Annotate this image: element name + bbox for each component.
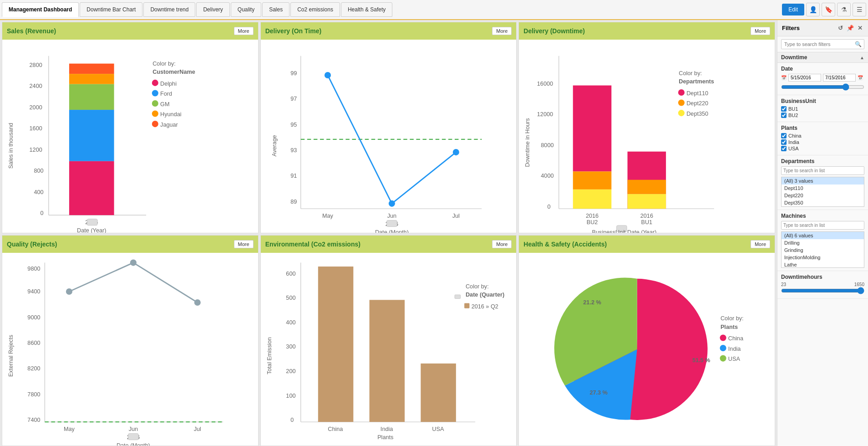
panel-more-health[interactable]: More bbox=[751, 240, 770, 248]
tab-management[interactable]: Management Dashboard bbox=[2, 2, 79, 17]
x-slider-quality[interactable] bbox=[128, 433, 139, 440]
departments-list: (All) 3 values Dept110 Dept220 Dept350 bbox=[781, 177, 864, 207]
y-tick-7400: 7400 bbox=[27, 417, 40, 423]
filter-date-to[interactable] bbox=[823, 74, 856, 82]
date-slider-container bbox=[781, 83, 864, 92]
panel-more-delivery[interactable]: More bbox=[492, 27, 512, 35]
downtimehours-slider[interactable] bbox=[781, 287, 864, 294]
departments-search-input[interactable] bbox=[781, 166, 864, 175]
filter-date-from[interactable] bbox=[788, 74, 821, 82]
y-tick-9400: 9400 bbox=[27, 288, 40, 295]
filter-india-label: India bbox=[788, 139, 799, 145]
y-tick-800: 800 bbox=[34, 168, 43, 174]
color-by-field-env: Date (Quarter) bbox=[466, 292, 504, 298]
legend-label-jaguar: Jaguar bbox=[160, 122, 178, 128]
calendar-icon-to: 📅 bbox=[858, 75, 863, 80]
filter-china-label: China bbox=[788, 133, 802, 138]
filter-bu2-checkbox[interactable] bbox=[781, 113, 787, 118]
x-label-jul: Jul bbox=[452, 213, 459, 219]
menu-icon[interactable]: ☰ bbox=[853, 3, 866, 16]
filter-date-section: Date 📅 📅 bbox=[777, 63, 868, 95]
tab-delivery[interactable]: Delivery bbox=[196, 2, 229, 17]
legend-label-dept110: Dept110 bbox=[687, 90, 709, 97]
tab-downtime-trend[interactable]: Downtime trend bbox=[143, 2, 195, 17]
y-tick-100-env: 100 bbox=[286, 392, 295, 399]
x-slider-sales[interactable] bbox=[87, 219, 97, 226]
y-tick-12000: 12000 bbox=[537, 111, 553, 118]
filter-usa-row: USA bbox=[781, 146, 864, 151]
panel-header-environmental: Environmental (Co2 emissions) More bbox=[261, 236, 517, 253]
environmental-chart: Total Emission 0 100 200 300 400 500 600 bbox=[264, 256, 514, 443]
panel-more-environmental[interactable]: More bbox=[492, 240, 512, 248]
dept-item-all[interactable]: (All) 3 values bbox=[782, 177, 864, 185]
dept-item-220[interactable]: Dept220 bbox=[782, 192, 864, 199]
tab-downtime-bar[interactable]: Downtime Bar Chart bbox=[80, 2, 142, 17]
filter-bu1-checkbox[interactable] bbox=[781, 106, 787, 112]
quarter-slider-icon[interactable] bbox=[455, 295, 461, 298]
tab-quality[interactable]: Quality bbox=[231, 2, 261, 17]
panel-quality: Quality (Rejects) More External Rejects … bbox=[2, 235, 259, 446]
filter-india-checkbox[interactable] bbox=[781, 139, 787, 145]
tab-sales[interactable]: Sales bbox=[262, 2, 289, 17]
legend-label-hyundai: Hyundai bbox=[160, 111, 182, 118]
y-tick-0-env: 0 bbox=[290, 417, 294, 423]
filters-close-icon[interactable]: ✕ bbox=[857, 24, 863, 32]
delivery-ontime-chart: Average 89 91 93 95 97 99 bbox=[264, 42, 514, 230]
machine-item-all[interactable]: (All) 6 values bbox=[782, 232, 864, 239]
filter-icon[interactable]: ⚗ bbox=[837, 3, 851, 16]
filters-pin-icon[interactable]: 📌 bbox=[846, 24, 855, 32]
filters-search-box: 🔍 bbox=[777, 36, 868, 52]
y-tick-2000: 2000 bbox=[30, 104, 42, 111]
dept-item-110[interactable]: Dept110 bbox=[782, 185, 864, 192]
panel-more-sales[interactable]: More bbox=[234, 27, 254, 35]
filters-title: Filters bbox=[782, 25, 800, 31]
filter-usa-checkbox[interactable] bbox=[781, 146, 787, 151]
machines-list: (All) 6 values Drilling Grinding Injecti… bbox=[781, 231, 864, 268]
bar-delphi bbox=[69, 161, 114, 215]
legend-label-india-h: India bbox=[728, 345, 741, 352]
date-range-slider[interactable] bbox=[781, 83, 864, 91]
filter-usa-label: USA bbox=[788, 146, 799, 151]
bar-bu1-dept220 bbox=[628, 180, 666, 194]
y-tick-400: 400 bbox=[34, 189, 43, 195]
panel-body-downtime: Downtime in Hours 0 4000 8000 12000 1600… bbox=[519, 40, 775, 233]
machine-item-drilling[interactable]: Drilling bbox=[782, 239, 864, 246]
legend-dot-usa-h bbox=[720, 355, 726, 361]
bookmark-icon[interactable]: 🔖 bbox=[822, 3, 835, 16]
x-label-bu2: 2016 bbox=[586, 213, 599, 219]
x-axis-label-dt: BusinessUnit Date (Year) bbox=[592, 229, 657, 232]
panel-header-health: Health & Safety (Accidents) More bbox=[519, 236, 775, 253]
machine-item-grinding[interactable]: Grinding bbox=[782, 246, 864, 254]
y-tick-600-env: 600 bbox=[286, 270, 295, 277]
dept-item-350[interactable]: Dept350 bbox=[782, 199, 864, 206]
x-axis-label-quality: Date (Month) bbox=[117, 442, 150, 446]
machines-search-input[interactable] bbox=[781, 221, 864, 230]
machine-item-lathe[interactable]: Lathe bbox=[782, 261, 864, 268]
y-tick-9000: 9000 bbox=[27, 314, 40, 320]
filter-china-checkbox[interactable] bbox=[781, 133, 787, 138]
x-slider-delivery[interactable] bbox=[386, 220, 397, 226]
nav-actions: Edit 👤 🔖 ⚗ ☰ bbox=[782, 3, 866, 16]
x-label-india-env: India bbox=[381, 426, 393, 432]
filter-departments-header: Departments bbox=[781, 158, 864, 164]
filter-date-row: 📅 📅 bbox=[781, 74, 864, 82]
color-by-label-dt: Color by: bbox=[679, 70, 702, 77]
machine-item-injection[interactable]: InjectionMolding bbox=[782, 254, 864, 261]
filter-bu-section: BusinessUnit BU1 BU2 bbox=[777, 95, 868, 122]
filters-reset-icon[interactable]: ↺ bbox=[837, 24, 844, 32]
filter-machines-title: Machines bbox=[781, 213, 806, 219]
user-icon[interactable]: 👤 bbox=[806, 3, 820, 16]
panel-more-downtime[interactable]: More bbox=[751, 27, 770, 35]
y-tick-9800: 9800 bbox=[27, 265, 40, 272]
x-label-may-q: May bbox=[64, 426, 75, 432]
y-tick-2400: 2400 bbox=[30, 83, 42, 89]
bar-india-env bbox=[369, 300, 405, 422]
filters-search-input[interactable] bbox=[781, 39, 864, 49]
panel-more-quality[interactable]: More bbox=[234, 240, 254, 248]
tab-health[interactable]: Health & Safety bbox=[341, 2, 392, 17]
tab-co2[interactable]: Co2 emissions bbox=[290, 2, 340, 17]
filter-downtimehours-section: Downtimehours 23 1650 bbox=[777, 271, 868, 299]
quality-point-jul bbox=[194, 299, 201, 306]
edit-button[interactable]: Edit bbox=[782, 4, 804, 15]
downtime-chevron[interactable]: ▲ bbox=[860, 55, 864, 60]
